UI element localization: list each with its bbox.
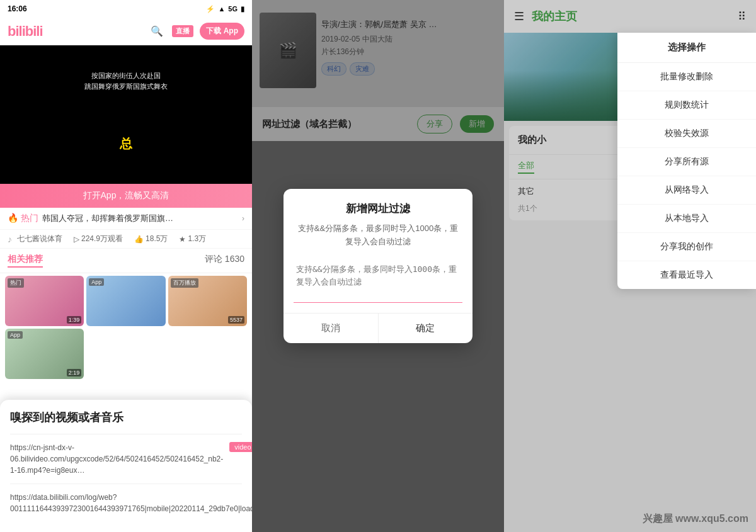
bilibili-header: bilibili 🔍 直播 下载 App (0, 18, 252, 45)
video-thumbnail[interactable]: 按国家的街伍人次赴国 跳国舞穿俄罗斯国旗式舞衣 总 (0, 45, 252, 184)
rec-badge-1: 热门 (8, 278, 24, 288)
like-count: 👍 18.5万 (134, 234, 168, 244)
detection-panel: 嗅探到的视频或者音乐 https://cn-jsnt-dx-v-06.biliv… (0, 400, 252, 532)
wifi-icon: ▲ (218, 5, 225, 13)
bilibili-panel: 16:06 ⚡ ▲ 5G ▮ bilibili 🔍 直播 下载 App 按国家的… (0, 0, 252, 532)
hot-icon: 🔥 热门 (8, 213, 38, 224)
dropdown-import-local[interactable]: 从本地导入 (617, 205, 756, 233)
rec-item-4[interactable]: App 2:19 (5, 329, 84, 379)
like-icon: 👍 (134, 235, 144, 244)
detection-item-2[interactable]: https://data.bilibili.com/log/web?001111… (10, 484, 242, 522)
dropdown-share-all[interactable]: 分享所有源 (617, 148, 756, 176)
star-icon: ★ (179, 235, 186, 244)
content-tabs: 相关推荐 评论 1630 (0, 249, 252, 273)
chevron-right-icon: › (242, 214, 244, 223)
open-app-button[interactable]: 打开App，流畅又高清 (0, 184, 252, 208)
add-filter-dialog: 新增网址过滤 支持&&分隔多条，最多同时导入1000条，重复导入会自动过滤 取消… (284, 189, 472, 344)
video-caption: 按国家的街伍人次赴国 跳国舞穿俄罗斯国旗式舞衣 (84, 71, 168, 91)
rec-duration-1: 1:39 (67, 316, 82, 324)
music-icon: ♪ (8, 234, 12, 244)
hot-title-text: 韩国人夺冠，却挥舞着俄罗斯国旗… (42, 213, 238, 224)
video-gold-char: 总 (120, 135, 132, 152)
dropdown-share-creation[interactable]: 分享我的创作 (617, 233, 756, 261)
search-icon[interactable]: 🔍 (148, 23, 166, 40)
bluetooth-icon: ⚡ (206, 5, 215, 13)
author-name: 七七酱说体育 (17, 234, 62, 244)
dialog-title: 新增网址过滤 (284, 189, 472, 222)
dropdown-rule-stats[interactable]: 规则数统计 (617, 91, 756, 120)
rec-badge-3: 百万播放 (171, 278, 198, 288)
rec-item-2[interactable]: App (86, 276, 165, 326)
hot-topic-row[interactable]: 🔥 热门 韩国人夺冠，却挥舞着俄罗斯国旗… › (0, 208, 252, 230)
video-tag-1: video (229, 442, 252, 452)
cancel-button[interactable]: 取消 (284, 314, 379, 343)
rec-badge-4: App (8, 331, 23, 339)
dialog-input-area (294, 258, 462, 303)
right-panel: ☰ 我的主页 ⠿ 我的小 新增 全部 其它 共1个 选择操作 批量修改删除 规则… (504, 0, 756, 532)
rec-duration-4: 2:19 (67, 369, 82, 376)
bilibili-logo: bilibili (8, 23, 43, 40)
battery-icon: ▮ (241, 5, 244, 13)
status-bar: 16:06 ⚡ ▲ 5G ▮ (0, 0, 252, 18)
live-badge[interactable]: 直播 (172, 25, 193, 37)
filter-url-input[interactable] (296, 263, 460, 295)
status-time: 16:06 (8, 4, 27, 13)
dialog-description: 支持&&分隔多条，最多同时导入1000条，重复导入会自动过滤 (284, 222, 472, 259)
confirm-button[interactable]: 确定 (379, 314, 473, 343)
detection-url-1: https://cn-jsnt-dx-v-06.bilivideo.com/up… (10, 442, 223, 476)
dialog-overlay[interactable]: 新增网址过滤 支持&&分隔多条，最多同时导入1000条，重复导入会自动过滤 取消… (252, 0, 504, 532)
detection-url-2: https://data.bilibili.com/log/web?001111… (10, 492, 252, 514)
dropdown-header: 选择操作 (617, 33, 756, 63)
download-app-button[interactable]: 下载 App (200, 23, 244, 40)
dialog-actions: 取消 确定 (284, 313, 472, 343)
dropdown-validate-source[interactable]: 校验失效源 (617, 120, 756, 148)
tab-recommend[interactable]: 相关推荐 (8, 254, 43, 268)
tab-comment[interactable]: 评论 1630 (205, 254, 244, 268)
action-dropdown-menu: 选择操作 批量修改删除 规则数统计 校验失效源 分享所有源 从网络导入 从本地导… (617, 33, 756, 289)
filter-panel: 🎬 导演/主演：郭帆/屈楚萧 吴京 … 2019-02-05 中国大陆 片长13… (252, 0, 504, 532)
view-count: ▷ 224.9万观看 (74, 234, 123, 244)
dropdown-view-recent[interactable]: 查看最近导入 (617, 261, 756, 289)
dropdown-batch-edit[interactable]: 批量修改删除 (617, 63, 756, 91)
detection-item-1[interactable]: https://cn-jsnt-dx-v-06.bilivideo.com/up… (10, 434, 242, 484)
rec-item-3[interactable]: 百万播放 5537 (168, 276, 247, 326)
star-count: ★ 1.3万 (179, 234, 206, 244)
author-row: ♪ 七七酱说体育 ▷ 224.9万观看 👍 18.5万 ★ 1.3万 (0, 230, 252, 249)
play-icon: ▷ (74, 235, 79, 244)
status-icons: ⚡ ▲ 5G ▮ (206, 5, 244, 13)
dropdown-import-network[interactable]: 从网络导入 (617, 176, 756, 205)
rec-badge-2: App (89, 278, 104, 286)
rec-duration-3: 5537 (228, 316, 244, 324)
detection-title: 嗅探到的视频或者音乐 (10, 410, 242, 425)
rec-item-1[interactable]: 热门 1:39 (5, 276, 84, 326)
5g-badge: 5G (228, 5, 238, 13)
recommend-grid: 热门 1:39 App 百万播放 5537 App 2:19 (0, 273, 252, 382)
